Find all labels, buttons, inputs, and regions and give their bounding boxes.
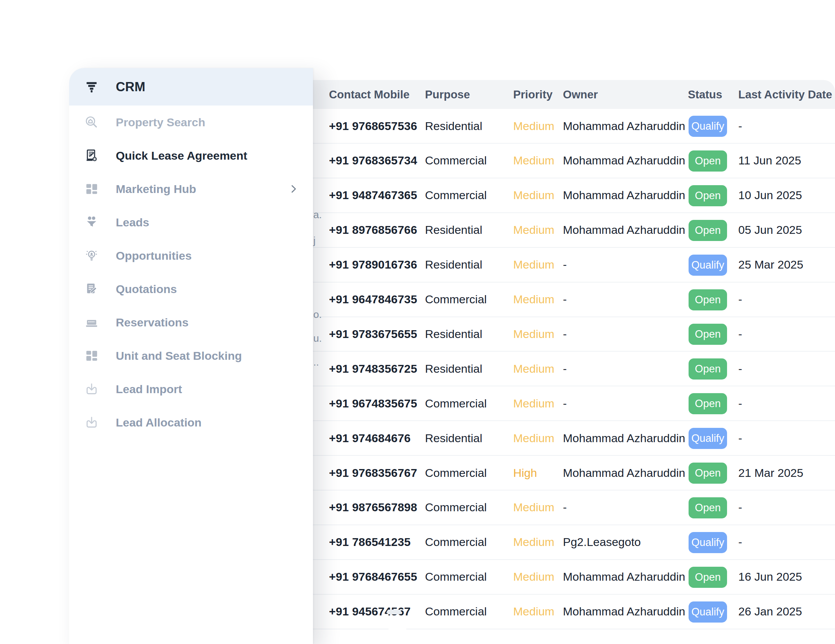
purpose-cell: Residential bbox=[425, 352, 482, 386]
table-row[interactable]: +91 9768657536ResidentialMediumMohammad … bbox=[313, 109, 835, 144]
sidebar-item-quotations[interactable]: Quotations bbox=[69, 272, 313, 306]
priority-cell: Medium bbox=[513, 490, 554, 524]
priority-cell: Medium bbox=[513, 178, 554, 213]
table-header: Contact MobilePurposePriorityOwnerStatus… bbox=[313, 80, 835, 109]
status-badge[interactable]: Open bbox=[689, 185, 727, 206]
sidebar-item-marketing-hub[interactable]: Marketing Hub bbox=[69, 172, 313, 206]
table-row[interactable]: +91 9768365734CommercialMediumMohammad A… bbox=[313, 144, 835, 178]
purpose-cell: Commercial bbox=[425, 595, 487, 629]
table-row[interactable]: +91 9748356725ResidentialMedium-Open- bbox=[313, 352, 835, 386]
table-row[interactable]: +91 9768467655CommercialMediumMohammad A… bbox=[313, 560, 835, 595]
contact-mobile-cell: +91 786541235 bbox=[329, 525, 411, 559]
status-badge[interactable]: Qualify bbox=[689, 602, 727, 623]
last-activity-date-cell: - bbox=[738, 282, 742, 316]
last-activity-date-cell: - bbox=[738, 421, 742, 455]
sidebar-item-label: Quick Lease Agreement bbox=[116, 149, 247, 162]
table-row[interactable]: +91 9768356767CommercialHighMohammad Azh… bbox=[313, 456, 835, 490]
status-badge[interactable]: Open bbox=[689, 151, 727, 172]
sidebar-item-leads[interactable]: Leads bbox=[69, 206, 313, 239]
separator-notch bbox=[388, 625, 406, 631]
purpose-cell: Residential bbox=[425, 421, 482, 455]
column-header-contact-mobile: Contact Mobile bbox=[329, 80, 410, 109]
table-row[interactable]: +91 9783675655ResidentialMedium-Open- bbox=[313, 317, 835, 352]
sidebar-item-lead-allocation[interactable]: Lead Allocation bbox=[69, 406, 313, 439]
sidebar-item-label: Leads bbox=[116, 216, 149, 229]
last-activity-date-cell: 25 Mar 2025 bbox=[738, 248, 803, 282]
clipped-text-fragment: a. bbox=[313, 209, 322, 221]
owner-cell: Mohammad Azharuddin bbox=[563, 213, 685, 247]
status-badge[interactable]: Qualify bbox=[689, 116, 727, 137]
import-icon bbox=[84, 415, 99, 430]
sidebar-item-crm[interactable]: CRM bbox=[69, 68, 313, 105]
status-badge[interactable]: Qualify bbox=[689, 428, 727, 449]
table-row[interactable]: +91 9789016736ResidentialMedium-Qualify2… bbox=[313, 248, 835, 282]
sidebar-title: CRM bbox=[116, 79, 145, 94]
purpose-cell: Residential bbox=[425, 317, 482, 351]
status-badge[interactable]: Open bbox=[689, 289, 727, 310]
purpose-cell: Commercial bbox=[425, 178, 487, 213]
status-badge[interactable]: Open bbox=[689, 220, 727, 241]
sidebar-item-label: Lead Allocation bbox=[116, 416, 201, 429]
highlight-smudge bbox=[387, 610, 401, 615]
last-activity-date-cell: 21 Mar 2025 bbox=[738, 456, 803, 490]
contact-mobile-cell: +91 9768365734 bbox=[329, 144, 417, 178]
import-icon bbox=[84, 381, 99, 397]
last-activity-date-cell: - bbox=[738, 352, 742, 386]
status-badge[interactable]: Open bbox=[689, 358, 727, 380]
status-badge[interactable]: Open bbox=[689, 462, 727, 484]
dashboard-icon bbox=[84, 182, 99, 196]
chevron-right-icon bbox=[288, 183, 299, 195]
sidebar-item-unit-and-seat-blocking[interactable]: Unit and Seat Blocking bbox=[69, 339, 313, 372]
table-row[interactable]: +91 9674835675CommercialMedium-Open- bbox=[313, 386, 835, 421]
owner-cell: - bbox=[563, 490, 567, 524]
sidebar-item-label: Property Search bbox=[116, 116, 205, 129]
last-activity-date-cell: 10 Jun 2025 bbox=[738, 178, 802, 213]
sidebar-item-lead-import[interactable]: Lead Import bbox=[69, 372, 313, 406]
owner-cell: - bbox=[563, 248, 567, 282]
leads-funnel-icon bbox=[84, 215, 99, 230]
last-activity-date-cell: 26 Jan 2025 bbox=[738, 595, 802, 629]
last-activity-date-cell: 16 Jun 2025 bbox=[738, 560, 802, 594]
last-activity-date-cell: - bbox=[738, 490, 742, 524]
priority-cell: Medium bbox=[513, 248, 554, 282]
contact-mobile-cell: +91 9783675655 bbox=[329, 317, 417, 351]
sidebar-item-label: Quotations bbox=[116, 282, 177, 296]
priority-cell: Medium bbox=[513, 109, 554, 143]
table-row[interactable]: +91 974684676ResidentialMediumMohammad A… bbox=[313, 421, 835, 456]
priority-cell: High bbox=[513, 456, 537, 490]
purpose-cell: Commercial bbox=[425, 386, 487, 420]
table-row[interactable]: +91 8976856766ResidentialMediumMohammad … bbox=[313, 213, 835, 248]
clipped-text-fragment: .. bbox=[313, 356, 319, 368]
owner-cell: - bbox=[563, 317, 567, 351]
status-badge[interactable]: Open bbox=[689, 393, 727, 414]
contact-mobile-cell: +91 9768657536 bbox=[329, 109, 417, 143]
opportunity-bulb-icon bbox=[84, 248, 99, 263]
clipped-text-fragment: u. bbox=[313, 333, 322, 344]
status-badge[interactable]: Qualify bbox=[689, 532, 727, 553]
priority-cell: Medium bbox=[513, 421, 554, 455]
sidebar-item-opportunities[interactable]: Opportunities bbox=[69, 239, 313, 272]
sidebar-item-quick-lease-agreement[interactable]: Quick Lease Agreement bbox=[69, 139, 313, 172]
contact-mobile-cell: +91 9487467365 bbox=[329, 178, 417, 213]
status-badge[interactable]: Open bbox=[689, 324, 727, 345]
property-search-icon bbox=[84, 115, 99, 130]
sidebar-item-reservations[interactable]: Reservations bbox=[69, 306, 313, 339]
table-row[interactable]: +91 9647846735CommercialMedium-Open- bbox=[313, 282, 835, 317]
priority-cell: Medium bbox=[513, 595, 554, 629]
table-row[interactable]: +91 9876567898CommercialMedium-Open- bbox=[313, 490, 835, 525]
sidebar-item-label: Lead Import bbox=[116, 383, 182, 396]
sidebar-item-label: Reservations bbox=[116, 316, 188, 329]
status-badge[interactable]: Open bbox=[689, 497, 727, 518]
column-header-status: Status bbox=[688, 80, 722, 109]
contact-mobile-cell: +91 9876567898 bbox=[329, 490, 417, 524]
sidebar-item-property-search[interactable]: Property Search bbox=[69, 105, 313, 139]
last-activity-date-cell: - bbox=[738, 109, 742, 143]
table-row[interactable]: +91 786541235CommercialMediumPg2.Leasego… bbox=[313, 525, 835, 560]
contact-mobile-cell: +91 9768467655 bbox=[329, 560, 417, 594]
contact-mobile-cell: +91 9647846735 bbox=[329, 282, 417, 316]
status-badge[interactable]: Qualify bbox=[689, 255, 727, 276]
sidebar-item-label: Opportunities bbox=[116, 249, 192, 263]
status-badge[interactable]: Open bbox=[689, 567, 727, 588]
table-row[interactable]: +91 9487467365CommercialMediumMohammad A… bbox=[313, 178, 835, 213]
sidebar-nav: Property SearchQuick Lease AgreementMark… bbox=[69, 105, 313, 439]
